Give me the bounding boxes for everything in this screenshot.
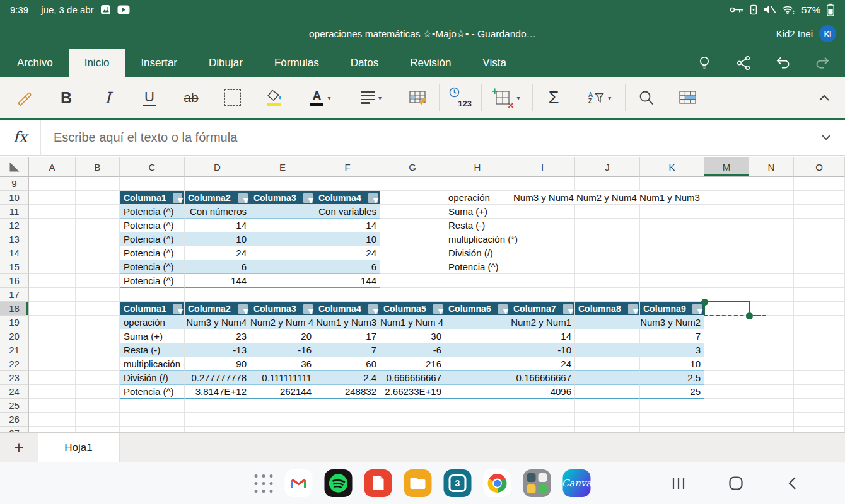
ribbon-tab-revisión[interactable]: Revisión [394,49,467,77]
cell-H17[interactable] [445,288,510,302]
cell-M15[interactable] [704,260,749,274]
cell-E10[interactable]: Columna3▼ [250,191,315,205]
redo-icon[interactable] [814,54,831,71]
underline-button[interactable]: U [129,77,170,118]
cell-B19[interactable] [76,316,120,329]
cell-F15[interactable]: 6 [315,260,380,274]
cell-E25[interactable] [250,399,315,413]
cell-O13[interactable] [794,232,845,246]
cell-B13[interactable] [76,232,120,246]
row-header-23[interactable]: 23 [0,371,29,385]
filter-dropdown-icon[interactable]: ▼ [303,193,313,203]
account-area[interactable]: Kid2 Inei KI [776,19,836,49]
row-header-19[interactable]: 19 [0,316,29,329]
row-header-11[interactable]: 11 [0,205,29,219]
cell-D15[interactable]: 6 [185,260,250,274]
cell-J12[interactable] [575,219,640,232]
recent-apps-button[interactable] [671,476,686,491]
cell-H18[interactable]: Columna6▼ [445,302,510,316]
cell-M27[interactable] [704,427,749,432]
column-header-N[interactable]: N [749,158,794,177]
cell-A13[interactable] [29,232,76,246]
row-header-21[interactable]: 21 [0,343,29,357]
cell-B23[interactable] [76,371,120,385]
expand-formula-bar-chevron-icon[interactable] [820,132,832,143]
ribbon-tab-fórmulas[interactable]: Fórmulas [259,49,335,77]
row-header-22[interactable]: 22 [0,357,29,371]
ribbon-tab-vista[interactable]: Vista [467,49,522,77]
cell-O12[interactable] [794,219,845,232]
insert-delete-cells-button[interactable]: + ✕ ▾ [482,77,532,118]
cell-O14[interactable] [794,246,845,260]
font-color-button[interactable]: A ▾ [295,77,346,118]
cell-B9[interactable] [76,177,120,191]
cell-M19[interactable] [704,316,749,329]
cell-B16[interactable] [76,274,120,288]
cell-D18[interactable]: Columna2▼ [185,302,250,316]
cell-J19[interactable] [575,316,640,329]
cell-D22[interactable]: 90 [185,357,250,371]
row-header-9[interactable]: 9 [0,177,29,191]
cell-N25[interactable] [749,399,794,413]
cell-J15[interactable] [575,260,640,274]
cell-O16[interactable] [794,274,845,288]
cell-D16[interactable]: 144 [185,274,250,288]
cell-E19[interactable]: Num2 y Num 4 [250,316,315,329]
row-header-15[interactable]: 15 [0,260,29,274]
cell-J18[interactable]: Columna8▼ [575,302,640,316]
cell-G10[interactable] [380,191,445,205]
cell-J23[interactable] [575,371,640,385]
cell-D12[interactable]: 14 [185,219,250,232]
cell-E12[interactable] [250,219,315,232]
cell-M10[interactable] [704,191,749,205]
cell-B21[interactable] [76,343,120,357]
cell-C17[interactable] [120,288,185,302]
cell-C12[interactable]: Potencia (^) [120,219,185,232]
column-header-J[interactable]: J [575,158,640,177]
column-header-O[interactable]: O [794,158,845,177]
column-header-M[interactable]: M [704,158,749,177]
cell-N24[interactable] [749,385,794,399]
cell-C16[interactable]: Potencia (^) [120,274,185,288]
filter-dropdown-icon[interactable]: ▼ [238,193,248,203]
autosum-button[interactable]: Σ [533,77,574,118]
cell-K9[interactable] [640,177,704,191]
filter-dropdown-icon[interactable]: ▼ [563,304,573,314]
app-drawer-icon[interactable] [255,474,273,493]
column-header-I[interactable]: I [510,158,575,177]
cell-O25[interactable] [794,399,845,413]
cell-C26[interactable] [120,413,185,427]
cell-O11[interactable] [794,205,845,219]
sort-filter-button[interactable]: AZ ▾ [574,77,625,118]
cell-I23[interactable]: 0.166666667 [510,371,575,385]
cell-I15[interactable] [510,260,575,274]
cell-B22[interactable] [76,357,120,371]
cell-J24[interactable] [575,385,640,399]
cell-G20[interactable]: 30 [380,329,445,343]
cell-K13[interactable] [640,232,704,246]
cell-M22[interactable] [704,357,749,371]
filter-dropdown-icon[interactable]: ▼ [173,304,182,314]
cell-N13[interactable] [749,232,794,246]
cell-G13[interactable] [380,232,445,246]
borders-button[interactable] [212,77,254,118]
row-header-25[interactable]: 25 [0,399,29,413]
filter-dropdown-icon[interactable]: ▼ [628,304,638,314]
cell-I18[interactable]: Columna7▼ [510,302,575,316]
cell-M16[interactable] [704,274,749,288]
row-header-14[interactable]: 14 [0,246,29,260]
cell-G11[interactable] [380,205,445,219]
cell-C13[interactable]: Potencia (^) [120,232,185,246]
cell-M18[interactable] [704,302,749,316]
cell-K20[interactable]: 7 [640,329,704,343]
cell-C20[interactable]: Suma (+) [120,329,185,343]
cell-C22[interactable]: multiplicación ( [120,357,185,371]
cell-M9[interactable] [704,177,749,191]
cell-I21[interactable]: -10 [510,343,575,357]
cell-I27[interactable] [510,427,575,432]
cell-J11[interactable] [575,205,640,219]
cell-B25[interactable] [76,399,120,413]
cell-A23[interactable] [29,371,76,385]
strikethrough-button[interactable]: ab [170,77,212,118]
cell-K16[interactable] [640,274,704,288]
